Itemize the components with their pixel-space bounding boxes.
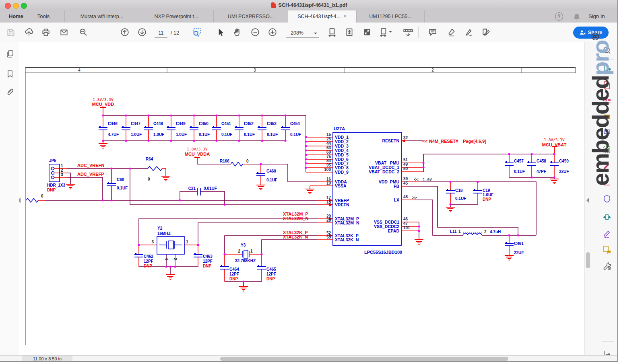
jp5-pin1 bbox=[52, 167, 54, 170]
rail-name: MCU_VDD bbox=[92, 102, 114, 107]
window-edge bbox=[617, 0, 618, 362]
junction-dot bbox=[284, 140, 286, 142]
zoom-in-icon[interactable] bbox=[268, 28, 277, 37]
collapse-left-panel-arrow[interactable] bbox=[19, 197, 22, 204]
close-tab-icon[interactable]: × bbox=[343, 10, 347, 23]
cap-pin-dot bbox=[108, 182, 109, 183]
part-value: 0.1UF bbox=[221, 132, 232, 137]
vertical-scrollbar-thumb[interactable] bbox=[586, 252, 590, 268]
part-ref: C452 bbox=[244, 121, 254, 126]
doc-tab-umlpcxpresso[interactable]: UMLPCXPRESSO... bbox=[213, 10, 288, 23]
doc-tab-active-sch46431[interactable]: SCH-46431\spf-4...× bbox=[288, 10, 356, 23]
part-value: 0.1UF bbox=[267, 132, 278, 137]
pin-number: 28 bbox=[326, 218, 331, 222]
junction-dot bbox=[138, 244, 140, 246]
cap-pin-dot bbox=[145, 126, 146, 127]
hand-tool-icon[interactable] bbox=[233, 28, 242, 37]
pin-number: 19 bbox=[326, 181, 331, 185]
sign-icon[interactable] bbox=[464, 28, 473, 37]
junction-dot bbox=[147, 114, 149, 116]
measure-icon[interactable] bbox=[402, 28, 414, 37]
cap-c21 bbox=[198, 188, 200, 195]
cap-pin-dot bbox=[474, 189, 475, 190]
page-thumbnails-icon[interactable] bbox=[6, 49, 14, 58]
junction-dot bbox=[110, 167, 112, 169]
junction-dot bbox=[223, 204, 225, 206]
tab-home[interactable]: Home bbox=[6, 10, 27, 23]
watermark-embedded: embedded bbox=[587, 76, 613, 186]
pin-annotation: >> bbox=[412, 195, 417, 200]
y3-pin: 1 bbox=[250, 249, 253, 253]
help-icon[interactable]: ? bbox=[555, 12, 563, 21]
part-value: 0.1UF bbox=[244, 132, 255, 137]
print-icon[interactable] bbox=[41, 28, 50, 37]
junction-dot bbox=[125, 114, 127, 116]
off-page-arrow: << bbox=[422, 139, 427, 144]
pdf-page-canvas[interactable]: 4 3 2 1.8V/3.3V MCU bbox=[19, 42, 584, 355]
zoom-level-select[interactable]: 208% bbox=[286, 29, 319, 38]
ground-symbol bbox=[505, 255, 514, 260]
resistor-r166 bbox=[231, 162, 243, 166]
capacitor bbox=[505, 163, 514, 165]
dnp-flag: DNP bbox=[483, 197, 491, 202]
zoom-out-icon[interactable] bbox=[251, 28, 260, 37]
ground-symbol bbox=[305, 189, 314, 194]
resistor-r64 bbox=[148, 167, 162, 171]
junction-dot bbox=[305, 158, 307, 160]
edit-tag-icon[interactable] bbox=[482, 28, 491, 37]
part-ref: JP5 bbox=[49, 158, 56, 163]
horizontal-scrollbar-thumb[interactable] bbox=[220, 357, 508, 361]
jp5-pin-number: 1 bbox=[61, 164, 63, 168]
pin-number: 50 bbox=[403, 167, 408, 171]
part-ref: C460 bbox=[266, 169, 276, 173]
email-icon[interactable] bbox=[60, 28, 68, 37]
doc-tab-nxp[interactable]: NXP Powerpoint t... bbox=[139, 10, 213, 23]
power-symbol bbox=[100, 107, 106, 115]
window-title: SCH-46431\spf-46431_b1.pdf bbox=[279, 2, 347, 8]
fit-page-icon[interactable] bbox=[345, 28, 354, 37]
save-icon[interactable] bbox=[6, 28, 15, 37]
part-value: 0.1UF bbox=[199, 132, 210, 137]
page-number-input[interactable]: 11 bbox=[155, 29, 167, 38]
pin-name: LX bbox=[394, 197, 399, 202]
zoom-level-value: 208% bbox=[291, 30, 303, 36]
capacitor bbox=[134, 255, 143, 257]
fullscreen-icon[interactable] bbox=[363, 28, 372, 37]
part-value: 4.7UF bbox=[108, 132, 119, 137]
select-cursor-icon[interactable] bbox=[216, 28, 225, 37]
cap-pin-dot bbox=[528, 161, 529, 162]
chevron-down-icon bbox=[314, 33, 317, 36]
part-ref: C463 bbox=[203, 254, 213, 259]
cloud-upload-icon[interactable] bbox=[25, 28, 33, 37]
pin-number: 45 bbox=[403, 181, 408, 185]
capacitor bbox=[122, 128, 130, 130]
fit-width-icon[interactable] bbox=[328, 28, 336, 37]
bookmarks-icon[interactable] bbox=[6, 70, 14, 78]
toolbar-separator bbox=[418, 27, 419, 38]
notifications-bell-icon[interactable] bbox=[572, 12, 581, 21]
doc-tab-murata[interactable]: Murata wifi Interp... bbox=[64, 10, 139, 23]
doc-tab-um11295[interactable]: UM11295 LPC55... bbox=[356, 10, 425, 23]
rail-name: MCU_VDDA bbox=[185, 152, 210, 156]
tab-tools[interactable]: Tools bbox=[32, 10, 55, 23]
more-tools-wrench-icon[interactable] bbox=[603, 261, 611, 270]
search-icon[interactable] bbox=[79, 28, 88, 37]
part-value: 0 bbox=[41, 194, 43, 198]
capacitor bbox=[473, 191, 482, 193]
edit-annotate-icon[interactable] bbox=[603, 229, 611, 238]
marquee-zoom-icon[interactable] bbox=[192, 28, 201, 37]
protect-shield-icon[interactable] bbox=[603, 195, 611, 204]
dnp-flag: DNP bbox=[266, 277, 275, 281]
comment-icon[interactable] bbox=[428, 28, 437, 37]
attachments-paperclip-icon[interactable] bbox=[6, 88, 14, 97]
compress-pdf-icon[interactable] bbox=[603, 213, 611, 222]
collapse-right-panel-arrow[interactable] bbox=[586, 197, 590, 204]
stamp-pages-icon[interactable] bbox=[603, 245, 611, 254]
previous-page-icon[interactable] bbox=[120, 28, 129, 37]
jp5-pin-number: 2 bbox=[61, 168, 63, 173]
part-value: 12PF bbox=[144, 259, 153, 263]
fit-options-icon[interactable] bbox=[380, 28, 388, 37]
watermark-pro: pro bbox=[587, 41, 613, 76]
next-page-icon[interactable] bbox=[138, 28, 147, 37]
highlight-icon[interactable] bbox=[447, 28, 456, 37]
